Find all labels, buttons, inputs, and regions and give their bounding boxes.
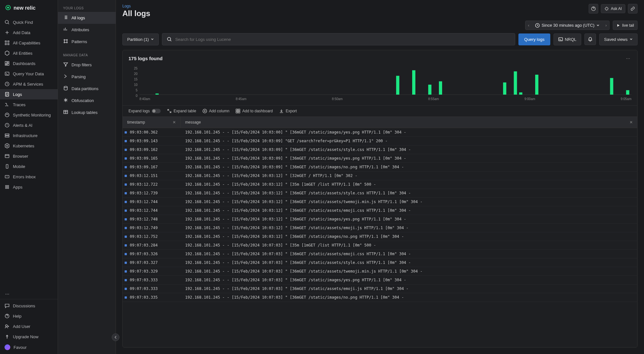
secondary-item-parsing[interactable]: Parsing: [58, 71, 116, 83]
log-row[interactable]: 09:03:12.752192.168.101.245 - - [15/Feb/…: [123, 232, 637, 241]
notifications-button[interactable]: [584, 33, 596, 45]
column-header-message[interactable]: message ✕: [181, 117, 637, 128]
export-button[interactable]: Export: [279, 109, 297, 113]
help-button[interactable]: [589, 4, 598, 14]
panel-more-button[interactable]: ⋯: [625, 55, 631, 62]
log-row[interactable]: 09:03:00.362192.168.101.245 - - [15/Feb/…: [123, 128, 637, 137]
log-row[interactable]: 09:03:12.749192.168.101.245 - - [15/Feb/…: [123, 224, 637, 232]
log-row[interactable]: 09:07:03.333192.168.101.245 - - [15/Feb/…: [123, 284, 637, 293]
nav-item-dashboards[interactable]: Dashboards: [0, 58, 58, 69]
brand-logo[interactable]: ⦿ new relic: [0, 0, 58, 16]
log-row[interactable]: 09:07:03.333192.168.101.245 - - [15/Feb/…: [123, 276, 637, 284]
log-row[interactable]: 09:03:12.151192.168.101.245 - - [15/Feb/…: [123, 172, 637, 180]
nrql-button[interactable]: NRQL: [554, 33, 581, 45]
nav-footer-help[interactable]: Help: [0, 311, 58, 321]
remove-message-column-button[interactable]: ✕: [630, 120, 633, 125]
svg-rect-44: [519, 92, 522, 95]
log-row[interactable]: 09:03:12.744192.168.101.245 - - [15/Feb/…: [123, 198, 637, 206]
table-body[interactable]: 09:03:00.362192.168.101.245 - - [15/Feb/…: [123, 128, 637, 347]
row-marker: [123, 216, 128, 222]
nav-item-label: Traces: [13, 102, 25, 107]
nav-item-all-capabilities[interactable]: All Capabilities: [0, 38, 58, 48]
more-nav-item[interactable]: ⋯: [0, 289, 58, 299]
ask-ai-button[interactable]: Ask AI: [601, 4, 625, 13]
expand-logs-toggle[interactable]: Expand logs: [128, 109, 161, 113]
log-row[interactable]: 09:03:12.739192.168.101.245 - - [15/Feb/…: [123, 189, 637, 198]
log-row[interactable]: 09:03:09.165192.168.101.245 - - [15/Feb/…: [123, 154, 637, 163]
breadcrumb[interactable]: Logs: [122, 4, 150, 8]
nav-item-apps[interactable]: Apps: [0, 182, 58, 192]
nav-item-quick-find[interactable]: Quick Find: [0, 17, 58, 27]
log-row[interactable]: 09:07:03.326192.168.101.245 - - [15/Feb/…: [123, 250, 637, 258]
nav-item-traces[interactable]: Traces: [0, 99, 58, 110]
saved-views-button[interactable]: Saved views: [599, 33, 638, 45]
nav-footer-upgrade-now[interactable]: Upgrade Now: [0, 331, 58, 342]
brand-name: new relic: [14, 5, 35, 11]
nav-item-label: All Capabilities: [13, 41, 40, 45]
cell-timestamp: 09:07:03.335: [128, 294, 181, 300]
secondary-item-drop-filters[interactable]: Drop filters: [58, 59, 116, 71]
log-row[interactable]: 09:03:09.162192.168.101.245 - - [15/Feb/…: [123, 145, 637, 154]
log-row[interactable]: 09:07:03.329192.168.101.245 - - [15/Feb/…: [123, 267, 637, 276]
column-header-timestamp[interactable]: timestamp ✕: [123, 117, 181, 128]
secondary-item-label: All logs: [71, 15, 85, 20]
logo-mark-icon: ⦿: [5, 5, 11, 11]
log-row[interactable]: 09:07:03.284192.168.101.245 - - [15/Feb/…: [123, 241, 637, 250]
cell-message: 192.168.101.245 - - [15/Feb/2024 10:07:0…: [181, 294, 637, 300]
nav-item-errors-inbox[interactable]: Errors Inbox: [0, 172, 58, 182]
add-column-button[interactable]: Add column: [203, 109, 229, 113]
nav-item-synthetic-monitoring[interactable]: Synthetic Monitoring: [0, 110, 58, 120]
secondary-item-attributes[interactable]: Attributes: [58, 24, 116, 36]
add-to-dashboard-button[interactable]: Add to dashboard: [236, 109, 273, 113]
secondary-item-patterns[interactable]: Patterns: [58, 36, 116, 48]
cell-message: 192.168.101.245 - - [15/Feb/2024 10:03:0…: [181, 155, 637, 161]
nav-item-kubernetes[interactable]: Kubernetes: [0, 141, 58, 151]
svg-rect-45: [535, 75, 538, 95]
secondary-item-obfuscation[interactable]: Obfuscation: [58, 95, 116, 107]
nav-footer-favour[interactable]: Favour: [0, 342, 58, 353]
log-row[interactable]: 09:03:09.167192.168.101.245 - - [15/Feb/…: [123, 163, 637, 172]
nav-item-logs[interactable]: Logs: [0, 89, 58, 99]
svg-rect-50: [238, 109, 240, 111]
partition-selector[interactable]: Partition (1): [122, 33, 159, 45]
log-row[interactable]: 09:07:03.335192.168.101.245 - - [15/Feb/…: [123, 293, 637, 302]
svg-rect-38: [396, 76, 399, 95]
nav-item-query-your-data[interactable]: Query Your Data: [0, 69, 58, 79]
svg-rect-8: [5, 64, 7, 65]
nav-item-all-entities[interactable]: All Entities: [0, 48, 58, 58]
log-search-input[interactable]: [175, 37, 510, 42]
row-marker: [123, 182, 128, 187]
time-range-label-button[interactable]: Since 30 minutes ago (UTC): [532, 21, 603, 30]
logs-histogram-chart[interactable]: 2520151050 8:40am8:45am8:50am8:55am9:00a…: [123, 67, 637, 105]
nav-footer-add-user[interactable]: Add User: [0, 321, 58, 331]
expand-table-button[interactable]: Expand table: [167, 109, 196, 113]
secondary-item-data-partitions[interactable]: Data partitions: [58, 83, 116, 95]
remove-timestamp-column-button[interactable]: ✕: [173, 120, 176, 125]
nav-item-alerts-ai[interactable]: Alerts & AI: [0, 120, 58, 130]
log-row[interactable]: 09:03:12.748192.168.101.245 - - [15/Feb/…: [123, 215, 637, 224]
avatar-icon: [5, 344, 10, 350]
row-marker: [123, 277, 128, 283]
svg-rect-47: [626, 90, 629, 95]
secondary-item-lookup-tables[interactable]: Lookup tables: [58, 107, 116, 118]
logs-icon: [5, 92, 10, 97]
nav-item-browser[interactable]: Browser: [0, 151, 58, 161]
nav-item-add-data[interactable]: Add Data: [0, 27, 58, 38]
log-row[interactable]: 09:07:03.327192.168.101.245 - - [15/Feb/…: [123, 258, 637, 267]
secondary-item-label: Lookup tables: [71, 110, 98, 115]
nav-item-label: Add Data: [13, 30, 30, 35]
time-range-next[interactable]: ›: [603, 21, 609, 30]
nav-item-infrastructure[interactable]: Infrastructure: [0, 130, 58, 141]
log-row[interactable]: 09:03:09.143192.168.101.245 - - [15/Feb/…: [123, 137, 637, 145]
log-row[interactable]: 09:03:12.722192.168.101.245 - - [15/Feb/…: [123, 180, 637, 189]
query-logs-button[interactable]: Query logs: [518, 33, 550, 45]
collapse-secondary-sidebar-button[interactable]: [112, 333, 119, 341]
share-button[interactable]: [628, 4, 638, 14]
secondary-item-all-logs[interactable]: All logs: [58, 12, 116, 24]
log-row[interactable]: 09:03:12.744192.168.101.245 - - [15/Feb/…: [123, 206, 637, 215]
live-tail-button[interactable]: live tail: [613, 21, 638, 30]
nav-footer-discussions[interactable]: Discussions: [0, 301, 58, 311]
time-range-prev[interactable]: ‹: [526, 21, 532, 30]
nav-item-mobile[interactable]: Mobile: [0, 161, 58, 172]
nav-item-apm-services[interactable]: APM & Services: [0, 79, 58, 89]
